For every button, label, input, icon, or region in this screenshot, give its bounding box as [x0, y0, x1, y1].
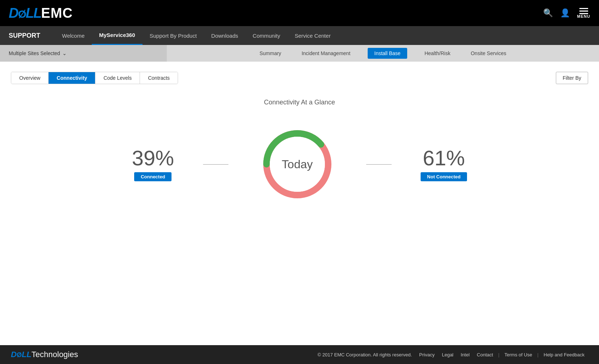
filter-by-button[interactable]: Filter By [556, 72, 588, 84]
sub-tab-onsite-services[interactable]: Onsite Services [468, 45, 509, 62]
content-tabs: Overview Connectivity Code Levels Contra… [11, 72, 178, 84]
connector-line-right [366, 164, 392, 165]
tab-contracts[interactable]: Contracts [140, 72, 178, 84]
nav-support-label: SUPPORT [9, 32, 40, 40]
search-icon[interactable]: 🔍 [543, 8, 553, 18]
footer-links: © 2017 EMC Corporation. All rights reser… [314, 352, 588, 357]
header-icons: 🔍 👤 MENU [543, 8, 590, 18]
menu-label: MENU [577, 14, 590, 18]
chevron-down-icon: ⌄ [62, 50, 67, 56]
hamburger-icon [579, 8, 588, 14]
donut-chart: Today [257, 124, 337, 204]
nav-link-service-center[interactable]: Service Center [288, 26, 338, 45]
connected-badge[interactable]: Connected [134, 172, 172, 181]
nav-bar: SUPPORT Welcome MyService360 Support By … [0, 26, 599, 45]
nav-link-community[interactable]: Community [245, 26, 288, 45]
nav-link-myservice360[interactable]: MyService360 [92, 26, 142, 45]
logo: DØLL EMC [9, 5, 73, 21]
footer-copyright: © 2017 EMC Corporation. All rights reser… [314, 352, 416, 357]
footer-intel[interactable]: Intel [457, 352, 474, 357]
not-connected-badge[interactable]: Not Connected [421, 172, 467, 181]
not-connected-percent: 61% [423, 148, 465, 169]
user-icon[interactable]: 👤 [560, 8, 570, 18]
main-content: Overview Connectivity Code Levels Contra… [0, 62, 599, 286]
footer-sep-2: | [536, 352, 540, 357]
footer-technologies: Technologies [32, 350, 78, 359]
nav-link-welcome[interactable]: Welcome [55, 26, 92, 45]
sub-tab-install-base[interactable]: Install Base [368, 48, 407, 59]
site-selector-area: Multiple Sites Selected ⌄ [0, 50, 167, 56]
chart-section: Connectivity At a Glance 39% Connected [11, 99, 588, 204]
donut-today-label: Today [282, 158, 313, 171]
sub-tab-incident-mgmt[interactable]: Incident Management [299, 45, 354, 62]
sub-nav: Multiple Sites Selected ⌄ Summary Incide… [0, 45, 599, 62]
nav-link-downloads[interactable]: Downloads [204, 26, 245, 45]
nav-links: Welcome MyService360 Support By Product … [55, 26, 590, 45]
tab-code-levels[interactable]: Code Levels [95, 72, 140, 84]
site-selector[interactable]: Multiple Sites Selected ⌄ [9, 50, 67, 56]
nav-link-support-by-product[interactable]: Support By Product [142, 26, 204, 45]
sub-tab-health-risk[interactable]: Health/Risk [422, 45, 454, 62]
sub-tab-summary[interactable]: Summary [257, 45, 284, 62]
donut-container: 39% Connected Today [132, 124, 467, 204]
footer-contact[interactable]: Contact [473, 352, 497, 357]
footer-legal[interactable]: Legal [438, 352, 457, 357]
sub-nav-tabs: Summary Incident Management Install Base… [167, 45, 599, 62]
footer-terms[interactable]: Terms of Use [501, 352, 536, 357]
top-header: DØLL EMC 🔍 👤 MENU [0, 0, 599, 26]
footer-privacy[interactable]: Privacy [416, 352, 438, 357]
chart-title: Connectivity At a Glance [264, 99, 335, 106]
footer-logo: DØLL Technologies [11, 350, 78, 359]
footer: DØLL Technologies © 2017 EMC Corporation… [0, 345, 599, 364]
connector-line-left [203, 164, 228, 165]
tab-overview[interactable]: Overview [11, 72, 49, 84]
site-selector-text: Multiple Sites Selected [9, 50, 60, 56]
connected-percent: 39% [132, 148, 174, 169]
tab-bar: Overview Connectivity Code Levels Contra… [11, 72, 588, 84]
footer-help[interactable]: Help and Feedback [540, 352, 588, 357]
tab-connectivity[interactable]: Connectivity [49, 72, 95, 84]
not-connected-stat: 61% Not Connected [421, 148, 467, 181]
emc-logo: EMC [41, 5, 73, 21]
connected-stat: 39% Connected [132, 148, 174, 181]
dell-logo: DØLL [9, 5, 41, 21]
footer-dell-logo: DØLL [11, 350, 32, 359]
menu-button[interactable]: MENU [577, 8, 590, 18]
footer-sep-1: | [497, 352, 501, 357]
